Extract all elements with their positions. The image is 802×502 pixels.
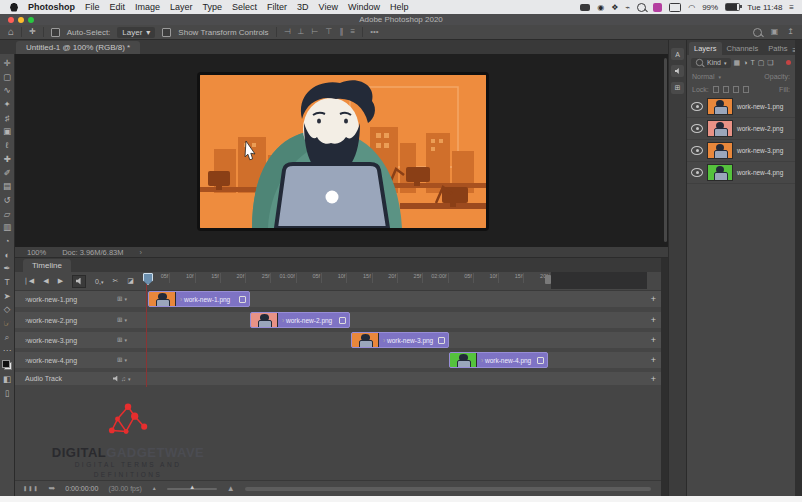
clip-fx-icon[interactable] (537, 357, 544, 364)
timeline-zoom-slider[interactable]: ▲ (167, 488, 217, 490)
properties-panel-icon[interactable]: A (671, 48, 684, 60)
filter-type-icon[interactable]: T (750, 59, 754, 66)
bluetooth-icon[interactable]: ⌁ (625, 3, 630, 12)
zoom-out-timeline-icon[interactable]: ▲ (152, 486, 157, 491)
add-media-button[interactable]: + (651, 291, 656, 307)
render-video-icon[interactable]: ➥ (49, 485, 56, 493)
add-media-button[interactable]: + (651, 352, 656, 368)
track-label[interactable]: work-new-2.png (25, 312, 77, 328)
eraser-tool[interactable]: ▱ (4, 210, 11, 219)
apple-menu-icon[interactable] (10, 3, 18, 12)
canvas-artwork[interactable] (197, 72, 489, 231)
timeline-clip[interactable]: work-new-1.png (148, 291, 250, 307)
audio-panel-icon[interactable] (671, 65, 684, 77)
layer-visibility-icon[interactable] (691, 168, 703, 177)
move-tool-icon[interactable]: ✛ (29, 28, 36, 36)
clip-fx-icon[interactable] (239, 296, 246, 303)
audio-track-label[interactable]: Audio Track (25, 372, 62, 385)
quick-mask-tool[interactable]: ◧ (3, 375, 11, 384)
menu-window[interactable]: Window (348, 2, 380, 12)
path-selection-tool[interactable]: ➤ (3, 292, 10, 301)
align-bottom-icon[interactable]: ⊥ (298, 28, 305, 36)
layer-thumbnail[interactable] (707, 98, 733, 115)
previous-frame-button[interactable]: ◀ (43, 277, 48, 285)
track-settings-icon[interactable]: ⊞▾ (117, 352, 127, 368)
layer-row[interactable]: work-new-3.png (687, 140, 795, 162)
menu-photoshop[interactable]: Photoshop (28, 2, 75, 12)
eyedropper-tool[interactable]: ℓ (6, 141, 9, 150)
share-icon[interactable]: ↥ (787, 28, 794, 36)
menu-type[interactable]: Type (203, 2, 223, 12)
menu-edit[interactable]: Edit (110, 2, 126, 12)
tab-layers[interactable]: Layers (689, 42, 722, 55)
layer-thumbnail[interactable] (707, 120, 733, 137)
zoom-in-timeline-icon[interactable]: ▲ (227, 485, 235, 493)
layer-visibility-icon[interactable] (691, 146, 703, 155)
clone-stamp-tool[interactable]: ▤ (3, 182, 11, 191)
menu-help[interactable]: Help (390, 2, 409, 12)
distribute-icon[interactable]: ∥ (340, 28, 344, 36)
filter-smart-object-icon[interactable]: ❏ (767, 59, 773, 67)
timeline-clip[interactable]: work-new-4.png (449, 352, 548, 368)
filter-toggle[interactable] (786, 60, 791, 65)
menu-file[interactable]: File (85, 2, 100, 12)
screen-mirroring-icon[interactable] (580, 4, 590, 11)
pen-tool[interactable]: ✒ (3, 264, 10, 273)
zoom-tool[interactable]: ⌕ (5, 333, 10, 342)
menu-filter[interactable]: Filter (267, 2, 287, 12)
timeline-tab[interactable]: Timeline (23, 259, 71, 272)
layer-visibility-icon[interactable] (691, 102, 703, 111)
mute-audio-button[interactable] (72, 275, 86, 288)
filter-adjustment-icon[interactable]: ◑ (743, 59, 747, 66)
lock-position-icon[interactable] (733, 86, 739, 93)
search-icon[interactable] (753, 28, 762, 37)
edit-toolbar-icon[interactable]: ⋯ (3, 346, 12, 355)
timeline-horizontal-scrollbar[interactable] (245, 487, 651, 491)
filter-shape-icon[interactable]: ▢ (758, 59, 765, 67)
crop-tool[interactable]: ♯ (5, 114, 9, 123)
rectangular-marquee-tool[interactable]: ▢ (3, 73, 11, 82)
dropbox-icon[interactable]: ❖ (611, 3, 618, 12)
canvas-area[interactable] (15, 54, 668, 247)
timeline-clip[interactable]: work-new-2.png (250, 312, 350, 328)
filter-kind-dropdown[interactable]: Kind ▾ (691, 58, 731, 68)
lock-all-icon[interactable] (743, 86, 749, 93)
lasso-tool[interactable]: ∿ (3, 86, 10, 95)
menu-bar-clock[interactable]: Tue 11:48 (747, 3, 782, 12)
track-settings-icon[interactable]: ⊞▾ (117, 332, 127, 348)
track-label[interactable]: work-new-1.png (25, 291, 77, 307)
layer-row[interactable]: work-new-4.png (687, 162, 795, 184)
display-icon[interactable] (669, 3, 681, 12)
layer-row[interactable]: work-new-1.png (687, 96, 795, 118)
convert-frames-icon[interactable]: ❚❚❚ (23, 486, 39, 491)
track-label[interactable]: work-new-3.png (25, 332, 77, 348)
audio-track-settings[interactable]: ♫▾ (113, 372, 130, 385)
menu-layer[interactable]: Layer (170, 2, 193, 12)
menu-image[interactable]: Image (135, 2, 160, 12)
show-transform-checkbox[interactable] (162, 28, 171, 37)
tab-paths[interactable]: Paths (763, 42, 792, 55)
timeline-ruler[interactable]: 05f 10f 15f 20f 25f 01:00f 05f 10f 15f 2… (145, 273, 550, 289)
wifi-icon[interactable]: ◠ (688, 3, 695, 12)
foreground-color-swatch[interactable] (2, 360, 10, 368)
shape-tool[interactable]: ◇ (4, 305, 11, 314)
track-settings-icon[interactable]: ⊞▾ (117, 312, 127, 328)
track-label[interactable]: work-new-4.png (25, 352, 77, 368)
gradient-tool[interactable]: ▥ (3, 223, 11, 232)
track-settings-icon[interactable]: ⊞▾ (117, 291, 127, 307)
auto-select-checkbox[interactable] (51, 28, 60, 37)
screen-mode-tool[interactable]: ▯ (5, 389, 10, 398)
libraries-panel-icon[interactable]: ⊞ (671, 82, 684, 94)
layer-visibility-icon[interactable] (691, 124, 703, 133)
zoom-level[interactable]: 100% (27, 248, 46, 257)
menu-select[interactable]: Select (232, 2, 257, 12)
work-area-end-handle[interactable] (545, 275, 551, 284)
layer-thumbnail[interactable] (707, 142, 733, 159)
canvas-vertical-scrollbar[interactable] (664, 58, 667, 242)
control-center-icon[interactable]: ≡ (789, 3, 794, 12)
status-chevron-icon[interactable]: › (139, 248, 142, 257)
align-left-icon[interactable]: ⊣ (284, 28, 291, 36)
layer-name[interactable]: work-new-3.png (737, 147, 783, 154)
timeline-clip[interactable]: work-new-3.png (351, 332, 449, 348)
add-media-button[interactable]: + (651, 332, 656, 348)
